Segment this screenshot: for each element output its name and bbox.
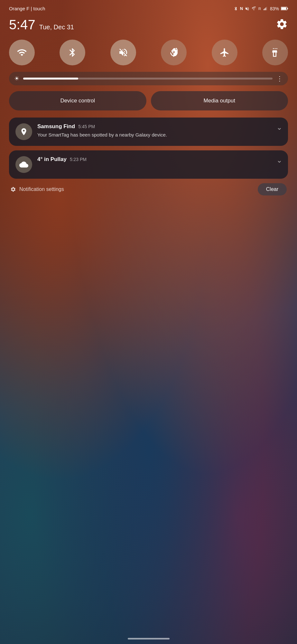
status-bar: Orange F | touch N R 83% [9,0,288,14]
svg-rect-5 [287,8,288,9]
flashlight-toggle[interactable] [262,40,288,65]
screen-lock-toggle[interactable] [161,40,187,65]
mute-toggle-icon [118,47,128,58]
brightness-more-icon[interactable]: ⋮ [276,75,283,82]
samsung-find-time: 5:45 PM [78,124,95,129]
airplane-toggle[interactable] [212,40,237,65]
media-output-button[interactable]: Media output [151,91,288,110]
brightness-fill [23,78,78,80]
weather-notification[interactable]: 4° in Pullay 5:23 PM ⌄ [9,150,288,179]
weather-icon-circle [15,156,32,173]
gear-icon [276,18,288,30]
notification-settings-button[interactable]: Notification settings [10,186,64,192]
clear-button[interactable]: Clear [258,183,287,195]
samsung-find-content: Samsung Find 5:45 PM Your SmartTag has b… [37,123,282,138]
svg-rect-0 [264,9,264,10]
svg-rect-1 [265,8,265,10]
svg-rect-3 [266,7,267,10]
control-buttons: Device control Media output [9,91,288,110]
mute-icon [245,6,249,11]
notification-settings-row: Notification settings Clear [9,183,288,195]
samsung-find-expand-icon[interactable]: ⌄ [276,123,282,132]
weather-expand-icon[interactable]: ⌄ [276,156,282,165]
wifi-toggle[interactable] [9,40,35,65]
weather-content: 4° in Pullay 5:23 PM [37,156,282,164]
wifi-status-icon [251,6,256,11]
brightness-slider[interactable] [23,78,273,80]
bluetooth-toggle-icon [67,47,78,58]
battery-text: 83% [270,6,279,11]
bluetooth-icon [234,6,238,11]
weather-time: 5:23 PM [70,157,87,162]
time-display: 5:47 [9,17,35,33]
svg-rect-2 [265,7,266,10]
flashlight-icon [270,47,280,58]
time-date-area: 5:47 Tue, Dec 31 [9,17,74,33]
svg-rect-6 [281,7,286,10]
date-display: Tue, Dec 31 [39,24,74,31]
brightness-icon: ☀ [14,75,19,82]
samsung-find-app: Samsung Find [37,123,75,130]
settings-button[interactable] [276,18,288,32]
weather-header: 4° in Pullay 5:23 PM [37,156,282,163]
lock-rotation-icon [169,47,179,58]
quick-toggles [9,40,288,65]
battery-icon [281,6,288,11]
gear-small-icon [10,186,16,192]
bluetooth-toggle[interactable] [60,40,85,65]
signal-bars-icon [263,6,268,11]
home-bar[interactable] [128,638,170,639]
samsung-find-header: Samsung Find 5:45 PM [37,123,282,130]
notification-settings-label: Notification settings [19,186,64,192]
samsung-find-body: Your SmartTag has been spotted by a near… [37,131,282,138]
time-row: 5:47 Tue, Dec 31 [9,17,288,33]
brightness-row: ☀ ⋮ [9,72,288,85]
wifi-icon [17,47,27,58]
airplane-icon [219,47,230,58]
carrier-text: Orange F | touch [9,6,45,11]
notification-panel: Orange F | touch N R 83% 5 [0,0,297,202]
location-pin-icon [20,128,28,136]
status-icons: N R 83% [234,6,288,11]
cloud-icon [19,160,28,169]
signal-r-icon: R [258,7,261,11]
nfc-icon: N [240,6,243,11]
samsung-find-icon [15,123,32,140]
samsung-find-notification[interactable]: Samsung Find 5:45 PM Your SmartTag has b… [9,118,288,146]
mute-toggle[interactable] [110,40,136,65]
device-control-button[interactable]: Device control [9,91,146,110]
weather-app: 4° in Pullay [37,156,67,163]
